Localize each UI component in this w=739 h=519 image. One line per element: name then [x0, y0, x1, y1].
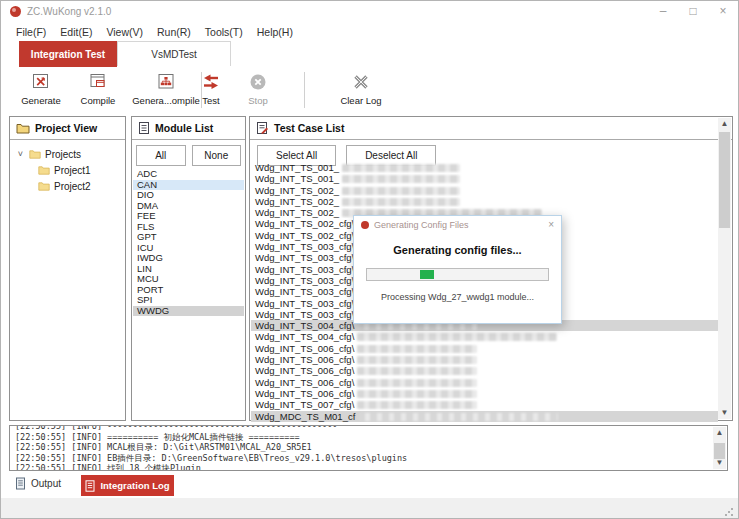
title-bar: ZC.WuKong v2.1.0 – □ ×	[1, 1, 738, 23]
toolbar-button-label: Clear Log	[340, 95, 381, 106]
scroll-up-icon[interactable]: ▲	[713, 427, 726, 439]
tab-vsmdtest[interactable]: VsMDTest	[117, 41, 231, 66]
menu-item-viewv[interactable]: View(V)	[99, 24, 150, 40]
test-case-row[interactable]: Wdg_INT_TS_006_cfg\	[251, 388, 718, 399]
test-case-label: Wdg_INT_TS_003_cfg\	[255, 309, 354, 320]
tree-node-project1[interactable]: Project1	[16, 162, 125, 178]
compile-button[interactable]: Compile	[63, 71, 133, 106]
all-button[interactable]: All	[136, 145, 186, 166]
tree-node-project2[interactable]: Project2	[16, 178, 125, 194]
test-case-label: Wdg_INT_TS_002_	[255, 196, 339, 207]
dialog-status-text: Processing Wdg_27_wwdg1 module...	[354, 292, 561, 302]
test-case-label: Wdg_INT_TS_002_cfg\	[255, 230, 354, 241]
tree-node-label: Projects	[45, 149, 81, 160]
test-case-row[interactable]: Wdg_INT_TS_006_cfg\	[251, 343, 718, 354]
module-list: ADCCANDIODMAFEEFLSGPTICUIWDGLINMCUPORTSP…	[133, 169, 244, 316]
dialog-title: Generating Config Files	[374, 220, 469, 230]
close-button[interactable]: ×	[716, 4, 730, 18]
test-case-row[interactable]: Wdg_INT_TS_006_cfg\	[251, 365, 718, 376]
clear-log-icon	[351, 71, 371, 93]
document-icon	[85, 480, 95, 492]
menu-item-helph[interactable]: Help(H)	[250, 24, 300, 40]
folder-icon	[38, 181, 50, 191]
test-case-row[interactable]: Wdg_INT_TS_006_cfg\	[251, 377, 718, 388]
test-case-row[interactable]: Wdg_INT_TS_001_	[251, 162, 718, 173]
scroll-down-icon[interactable]: ▼	[713, 457, 726, 469]
menu-item-edite[interactable]: Edit(E)	[53, 24, 99, 40]
test-list-scrollbar[interactable]: ▲ ▼	[718, 118, 731, 419]
main-tab-row: Integration Test VsMDTest	[1, 41, 738, 68]
folder-icon	[29, 149, 41, 159]
test-case-row[interactable]: Wdg_INT_TS_007_cfg\	[251, 399, 718, 410]
stop-button: Stop	[223, 71, 293, 106]
test-case-label: Wdg_INT_TS_006_cfg\	[255, 388, 354, 399]
output-tab[interactable]: Output	[15, 477, 61, 490]
toolbar-separator	[304, 72, 305, 108]
minimize-button[interactable]: –	[656, 4, 670, 18]
test-document-icon	[256, 121, 269, 135]
progress-chunk	[420, 270, 434, 279]
module-item-spi[interactable]: SPI	[133, 295, 244, 306]
log-line: [22:50:55] [INFO] EB插件目录: D:\GreenSoftwa…	[15, 453, 711, 464]
window-title: ZC.WuKong v2.1.0	[27, 6, 111, 17]
scroll-up-icon[interactable]: ▲	[718, 118, 731, 130]
censored-text-blur	[342, 164, 460, 172]
test-case-label: Wdg_INT_TS_006_cfg\	[255, 365, 354, 376]
module-item-mcu[interactable]: MCU	[133, 274, 244, 285]
status-strip	[1, 498, 738, 519]
log-scrollbar[interactable]: ▲ ▼	[713, 427, 726, 469]
test-case-label: Wdg_INT_TS_003_cfg\	[255, 298, 354, 309]
module-item-dio[interactable]: DIO	[133, 190, 244, 201]
module-list-title: Module List	[155, 122, 213, 134]
chevron-down-icon[interactable]: ˅	[16, 149, 25, 159]
toolbar: GenerateCompileGenera...ompileTestStopCl…	[1, 67, 738, 114]
dialog-close-icon[interactable]: ×	[548, 219, 554, 230]
resize-grip-icon[interactable]	[724, 507, 734, 517]
folder-icon	[38, 165, 50, 175]
test-case-label: Wdg_INT_TS_004_cfg\	[255, 320, 354, 331]
scroll-down-icon[interactable]: ▼	[718, 407, 731, 419]
test-case-row[interactable]: Wdg_INT_TS_004_cfg\	[251, 331, 718, 342]
module-item-iwdg[interactable]: IWDG	[133, 253, 244, 264]
test-case-label: Wdg_INT_TS_007_cfg\	[255, 399, 354, 410]
project-view-panel: Project View ˅ Projects Project1 Project…	[9, 116, 126, 421]
test-case-row[interactable]: Wdg_INT_TS_006_cfg\	[251, 354, 718, 365]
menu-item-runr[interactable]: Run(R)	[150, 24, 198, 40]
toolbar-button-label: Generate	[21, 95, 61, 106]
test-case-list-title: Test Case List	[274, 122, 344, 134]
scrollbar-thumb[interactable]	[719, 132, 730, 228]
test-case-row[interactable]: Wdg_MDC_TS_M01_cf	[251, 411, 718, 422]
test-case-label: Wdg_INT_TS_003_cfg\	[255, 241, 354, 252]
module-item-adc[interactable]: ADC	[133, 169, 244, 180]
dialog-app-icon	[361, 221, 369, 229]
menu-item-filef[interactable]: File(F)	[9, 24, 53, 40]
module-item-wwdg[interactable]: WWDG	[133, 306, 244, 317]
censored-text-blur	[357, 356, 477, 364]
censored-text-blur	[357, 379, 477, 387]
integration-log-tab[interactable]: Integration Log	[81, 475, 174, 496]
module-item-gpt[interactable]: GPT	[133, 232, 244, 243]
test-case-label: Wdg_INT_TS_006_cfg\	[255, 354, 354, 365]
test-case-row[interactable]: Wdg_INT_TS_001_	[251, 173, 718, 184]
test-case-label: Wdg_INT_TS_006_cfg\	[255, 343, 354, 354]
tab-integration-test[interactable]: Integration Test	[19, 41, 117, 67]
folder-icon	[16, 122, 30, 134]
generate-icon	[31, 71, 51, 93]
app-logo-icon	[10, 6, 21, 17]
test-case-label: Wdg_INT_TS_001_	[255, 162, 339, 173]
module-item-fee[interactable]: FEE	[133, 211, 244, 222]
censored-text-blur	[357, 401, 477, 409]
none-button[interactable]: None	[192, 145, 242, 166]
test-case-row[interactable]: Wdg_INT_TS_002_	[251, 196, 718, 207]
test-case-label: Wdg_INT_TS_003_cfg\	[255, 252, 354, 263]
test-case-row[interactable]: Wdg_INT_TS_002_	[251, 185, 718, 196]
menu-item-toolst[interactable]: Tools(T)	[198, 24, 250, 40]
stop-icon	[248, 71, 268, 93]
test-case-label: Wdg_INT_TS_001_	[255, 173, 339, 184]
tree-node-projects[interactable]: ˅ Projects	[16, 146, 125, 162]
clear-log-button[interactable]: Clear Log	[326, 71, 396, 106]
progress-bar	[366, 268, 549, 281]
censored-text-blur	[357, 333, 557, 341]
toolbar-button-label: Compile	[81, 95, 116, 106]
maximize-button[interactable]: □	[686, 4, 700, 18]
